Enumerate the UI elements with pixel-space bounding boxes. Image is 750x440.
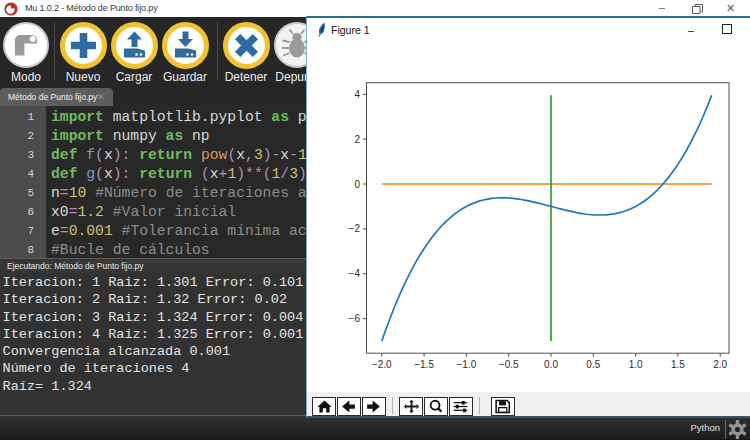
svg-text:0: 0 <box>354 179 360 190</box>
svg-text:−1.0: −1.0 <box>457 359 477 370</box>
svg-text:0.0: 0.0 <box>544 359 558 370</box>
svg-text:−6: −6 <box>349 313 361 324</box>
svg-text:2.0: 2.0 <box>713 359 727 370</box>
svg-text:−0.5: −0.5 <box>499 359 519 370</box>
svg-text:1.5: 1.5 <box>671 359 685 370</box>
svg-text:1.0: 1.0 <box>629 359 643 370</box>
svg-text:4: 4 <box>354 89 360 100</box>
svg-text:−4: −4 <box>349 268 361 279</box>
svg-text:−2.0: −2.0 <box>372 359 392 370</box>
svg-text:2: 2 <box>354 134 360 145</box>
svg-text:0.5: 0.5 <box>586 359 600 370</box>
svg-text:−1.5: −1.5 <box>414 359 434 370</box>
svg-text:−2: −2 <box>349 223 361 234</box>
